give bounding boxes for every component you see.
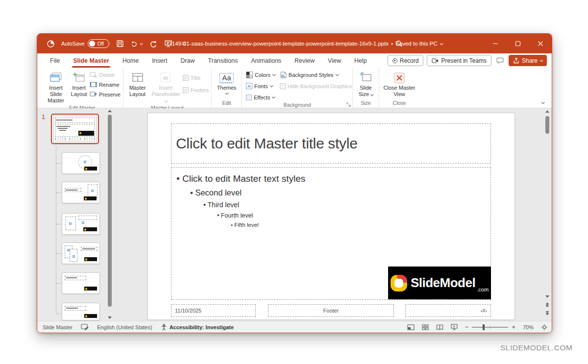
display-settings-icon[interactable]: [81, 324, 89, 330]
zoom-in-button[interactable]: +: [512, 323, 515, 331]
group-label-edit-theme: Edit Theme: [214, 99, 239, 108]
footer-placeholder[interactable]: Footer: [268, 304, 394, 317]
close-master-view-button[interactable]: Close Master View: [382, 70, 417, 97]
tab-home[interactable]: Home: [122, 57, 139, 64]
slide-size-icon: [360, 71, 372, 85]
bullet-level-4: Fourth level: [217, 212, 490, 219]
layout-thumbnail[interactable]: [62, 243, 100, 264]
thumbnail-scrollbar[interactable]: [107, 110, 112, 313]
master-layout-icon: [131, 71, 144, 85]
tab-draw[interactable]: Draw: [180, 57, 195, 64]
vertical-scrollbar[interactable]: [544, 110, 550, 319]
scrollbar-thumb[interactable]: [545, 116, 549, 134]
workspace: 1: [37, 108, 552, 321]
title-placeholder[interactable]: Click to edit Master title style: [171, 123, 491, 164]
comments-icon[interactable]: [496, 57, 504, 65]
scroll-down-icon[interactable]: [108, 316, 112, 319]
colors-button[interactable]: Colors: [246, 71, 275, 79]
accessibility-status[interactable]: Accessibility: Investigate: [161, 324, 234, 331]
tab-view[interactable]: View: [328, 57, 341, 64]
tab-animations[interactable]: Animations: [251, 57, 281, 64]
powerpoint-app-icon[interactable]: [46, 39, 55, 48]
effects-button[interactable]: Effects: [246, 93, 275, 101]
maximize-button[interactable]: [507, 34, 529, 53]
group-label-background: Background: [245, 101, 350, 109]
slide-sorter-button[interactable]: [422, 324, 429, 330]
layout-thumbnail[interactable]: [62, 213, 100, 235]
ribbon-group-edit-theme: Aa Themes Edit Theme: [212, 68, 242, 108]
master-layout-button[interactable]: Master Layout: [126, 70, 149, 97]
search-icon[interactable]: [394, 39, 403, 48]
insert-layout-button[interactable]: Insert Layout: [69, 70, 89, 97]
status-bar: Slide Master English (United States) Acc…: [37, 321, 552, 333]
slide-master-thumbnail[interactable]: [51, 114, 99, 144]
zoom-slider-thumb[interactable]: [483, 324, 485, 330]
preserve-button[interactable]: Preserve: [90, 90, 121, 98]
colors-icon: [246, 72, 253, 78]
normal-view-button[interactable]: [407, 324, 415, 330]
slide-canvas[interactable]: Click to edit Master title style Click t…: [147, 113, 515, 320]
slide-size-button[interactable]: Slide Size: [355, 70, 376, 97]
title-checkbox: ✓ Title: [183, 73, 209, 82]
next-slide-button[interactable]: [545, 311, 549, 315]
autosave-toggle[interactable]: AutoSave Off: [61, 39, 109, 48]
fonts-button[interactable]: A Fonts: [246, 82, 275, 90]
status-view-name[interactable]: Slide Master: [43, 324, 73, 330]
insert-slide-master-button[interactable]: Insert Slide Master: [44, 70, 68, 104]
slide-number-placeholder[interactable]: ‹#›: [405, 304, 491, 317]
zoom-out-button[interactable]: −: [465, 323, 469, 331]
reading-view-button[interactable]: [436, 324, 443, 330]
layout-thumbnail[interactable]: [62, 303, 100, 320]
date-placeholder[interactable]: 11/10/2025: [171, 304, 256, 317]
autosave-switch[interactable]: Off: [88, 39, 109, 48]
layout-thumbnail[interactable]: [62, 272, 100, 294]
zoom-slider[interactable]: [472, 327, 508, 328]
slideshow-view-button[interactable]: [451, 324, 458, 330]
autosave-state: Off: [98, 41, 104, 47]
layout-connector-line: [56, 146, 56, 314]
dialog-launcher-icon[interactable]: [346, 102, 351, 107]
toggle-knob-icon: [89, 41, 95, 47]
background-styles-button[interactable]: Background Styles: [280, 71, 352, 79]
record-icon: [392, 58, 397, 63]
rename-icon: [90, 81, 97, 88]
present-in-teams-icon: [432, 58, 439, 64]
save-icon[interactable]: [116, 39, 124, 48]
scrollbar-thumb[interactable]: [108, 115, 112, 307]
rename-button[interactable]: Rename: [90, 80, 121, 89]
tab-help[interactable]: Help: [354, 57, 367, 64]
layout-thumbnail[interactable]: [62, 182, 100, 203]
scroll-up-icon[interactable]: [108, 110, 112, 112]
scroll-down-icon[interactable]: [545, 295, 549, 298]
footers-checkbox: ✓ Footers: [183, 86, 209, 94]
slide-number-text: ‹#›: [481, 308, 487, 314]
layout-thumbnail[interactable]: [62, 152, 100, 174]
present-in-teams-button[interactable]: Present in Teams: [427, 55, 491, 66]
tab-insert[interactable]: Insert: [152, 57, 167, 64]
slidemodel-logo-icon: [391, 275, 407, 291]
record-button[interactable]: Record: [388, 55, 424, 66]
bullet-level-2: Second level: [190, 188, 490, 197]
master-title-text: Click to edit Master title style: [172, 135, 358, 152]
status-language[interactable]: English (United States): [97, 324, 152, 330]
tab-review[interactable]: Review: [294, 57, 315, 64]
scroll-up-icon[interactable]: [545, 110, 549, 113]
bullet-level-3: Third level: [203, 201, 490, 209]
insert-layout-icon: [73, 71, 85, 85]
minimize-button[interactable]: [484, 34, 507, 53]
zoom-percentage[interactable]: 70%: [523, 324, 534, 330]
share-button[interactable]: Share: [509, 55, 547, 66]
chevron-down-icon: [270, 84, 273, 87]
fit-to-window-button[interactable]: [541, 324, 548, 331]
tab-transitions[interactable]: Transitions: [208, 57, 238, 64]
previous-slide-button[interactable]: [545, 302, 549, 307]
close-button[interactable]: [529, 34, 552, 53]
undo-icon[interactable]: [131, 39, 143, 48]
close-master-view-icon: [393, 71, 406, 85]
collapse-ribbon-icon[interactable]: [541, 100, 545, 104]
tab-slide-master[interactable]: Slide Master: [73, 57, 109, 64]
themes-button[interactable]: Aa Themes: [215, 70, 239, 95]
redo-icon[interactable]: [149, 39, 158, 48]
checkbox-checked-icon: ✓: [183, 75, 189, 81]
tab-file[interactable]: File: [50, 57, 60, 64]
